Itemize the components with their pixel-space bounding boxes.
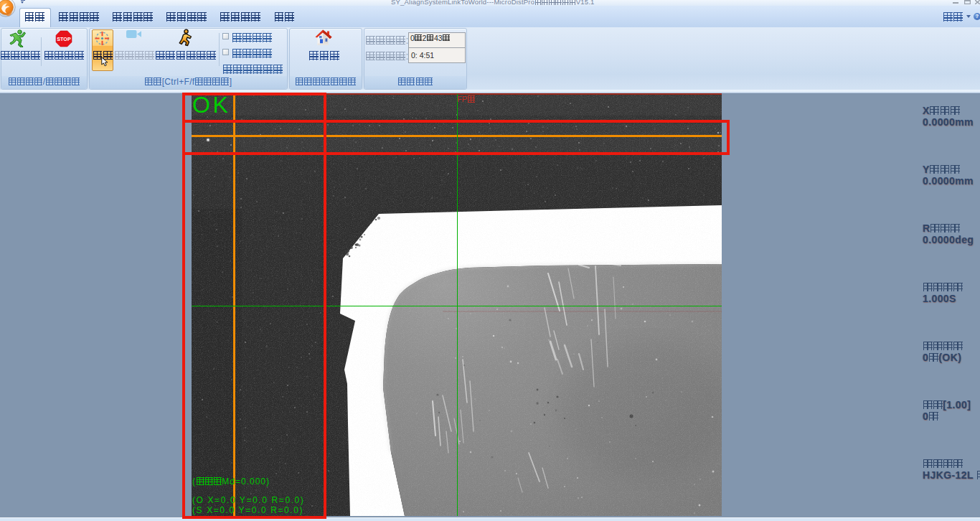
svg-text:STOP: STOP: [57, 36, 71, 42]
